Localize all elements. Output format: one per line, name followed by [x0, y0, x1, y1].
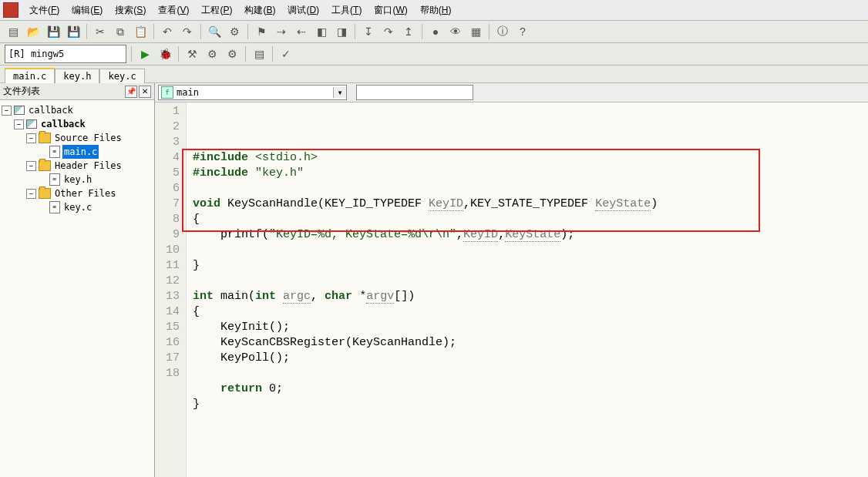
- file-list-title: 文件列表: [3, 85, 40, 98]
- code-line[interactable]: void KeyScanHandle(KEY_ID_TYPEDEF KeyID,…: [193, 197, 862, 212]
- menu-b[interactable]: 构建(B): [238, 2, 281, 18]
- menu-v[interactable]: 查看(V): [152, 2, 195, 18]
- code-line[interactable]: [193, 412, 862, 428]
- step-button[interactable]: ↧: [360, 23, 377, 40]
- dbg3-button[interactable]: ▦: [467, 23, 484, 40]
- paste-button[interactable]: 📋: [132, 23, 149, 40]
- tree-node-callback[interactable]: −callback: [2, 103, 153, 117]
- cut-button[interactable]: ✂: [92, 23, 109, 40]
- nextbm-button[interactable]: ⇢: [273, 23, 290, 40]
- pin-icon[interactable]: 📌: [125, 86, 137, 98]
- toggle-icon[interactable]: −: [26, 189, 36, 199]
- menu-s[interactable]: 搜索(S): [109, 2, 152, 18]
- save-button[interactable]: 💾: [45, 23, 62, 40]
- tree-node-callback[interactable]: −callback: [14, 117, 153, 131]
- run-button[interactable]: ▶: [136, 45, 153, 62]
- code-line[interactable]: [193, 274, 862, 289]
- menu-e[interactable]: 编辑(E): [66, 2, 109, 18]
- tree-label[interactable]: Other Files: [53, 186, 117, 200]
- code-line[interactable]: {: [193, 304, 862, 320]
- tree-node-Source-Files[interactable]: −Source Files: [26, 131, 153, 145]
- redo-button[interactable]: ↷: [179, 23, 196, 40]
- tab-key-c[interactable]: key.c: [99, 69, 144, 83]
- tree-node-Other-Files[interactable]: −Other Files: [26, 186, 153, 200]
- open-button[interactable]: 📂: [25, 23, 42, 40]
- undo-button[interactable]: ↶: [159, 23, 176, 40]
- code-line[interactable]: #include <stdio.h>: [193, 150, 862, 166]
- macro-button[interactable]: ⚙: [226, 23, 243, 40]
- help-button[interactable]: ?: [514, 23, 531, 40]
- tree-node-main-c[interactable]: ≡main.c: [39, 145, 153, 159]
- tab-key-h[interactable]: key.h: [55, 69, 99, 83]
- code-line[interactable]: KeyPoll();: [193, 351, 862, 366]
- stepover-button[interactable]: ↷: [380, 23, 397, 40]
- main-area: 文件列表 📌 ✕ −callback−callback−Source Files…: [0, 83, 868, 477]
- stepout-button[interactable]: ↥: [400, 23, 417, 40]
- chevron-down-icon[interactable]: ▾: [333, 87, 346, 98]
- compiler-select[interactable]: [R] mingw5: [5, 45, 126, 63]
- file-icon: ≡: [49, 173, 60, 186]
- menu-w[interactable]: 窗口(W): [368, 2, 413, 18]
- menu-f[interactable]: 文件(F): [23, 2, 66, 18]
- function-dropdown[interactable]: f main ▾: [158, 85, 347, 100]
- menu-p[interactable]: 工程(P): [195, 2, 238, 18]
- buildall-button[interactable]: ⚙: [224, 45, 241, 62]
- toggle-icon[interactable]: −: [2, 106, 12, 116]
- close-panel-icon[interactable]: ✕: [139, 86, 151, 98]
- tree-label[interactable]: Header Files: [53, 159, 123, 173]
- tree-label[interactable]: Source Files: [53, 131, 123, 145]
- new-button[interactable]: ▤: [5, 23, 22, 40]
- file-icon: ≡: [49, 201, 60, 213]
- file-list-title-bar: 文件列表 📌 ✕: [0, 83, 154, 100]
- code-line[interactable]: [193, 181, 862, 197]
- tab-main-c[interactable]: main.c: [5, 68, 55, 83]
- copy-button[interactable]: ⧉: [112, 23, 129, 40]
- tree-label[interactable]: key.h: [62, 173, 93, 186]
- break-button[interactable]: ●: [427, 23, 444, 40]
- toggle-icon[interactable]: −: [26, 133, 36, 143]
- editor-toolbar: f main ▾: [155, 83, 868, 102]
- toggle-icon[interactable]: −: [26, 161, 36, 171]
- code-line[interactable]: printf("KeyID=%d, KeyState=%d\r\n",KeyID…: [193, 227, 862, 243]
- build-button[interactable]: ⚙: [204, 45, 220, 62]
- code-line[interactable]: }: [193, 397, 862, 412]
- code-line[interactable]: }: [193, 258, 862, 274]
- find-button[interactable]: 🔍: [206, 23, 223, 40]
- prevbm-button[interactable]: ⇠: [293, 23, 310, 40]
- file-tree[interactable]: −callback−callback−Source Files≡main.c−H…: [0, 100, 154, 477]
- output-button[interactable]: ▤: [251, 45, 267, 62]
- code-line[interactable]: return 0;: [193, 381, 862, 397]
- info-button[interactable]: ⓘ: [494, 23, 511, 40]
- code-line[interactable]: [193, 243, 862, 258]
- toggle-icon[interactable]: −: [14, 119, 24, 129]
- tree-label[interactable]: main.c: [62, 145, 99, 159]
- code-editor[interactable]: 123456789101112131415161718 #include <st…: [155, 102, 868, 477]
- menu-d[interactable]: 调试(D): [281, 2, 325, 18]
- tree-label[interactable]: callback: [27, 103, 75, 117]
- menu-bar: 文件(F)编辑(E)搜索(S)查看(V)工程(P)构建(B)调试(D)工具(T)…: [0, 0, 868, 21]
- compile-button[interactable]: ⚒: [183, 45, 200, 62]
- tree-label[interactable]: callback: [39, 117, 87, 131]
- menu-t[interactable]: 工具(T): [325, 2, 368, 18]
- dbg2-button[interactable]: ◨: [333, 23, 350, 40]
- tree-node-key-c[interactable]: ≡key.c: [39, 200, 153, 214]
- tree-label[interactable]: key.c: [62, 200, 93, 214]
- make-button[interactable]: ✓: [278, 45, 294, 62]
- code-line[interactable]: [193, 366, 862, 381]
- code-line[interactable]: int main(int argc, char *argv[]): [193, 289, 862, 304]
- debug-button[interactable]: 🐞: [156, 45, 173, 62]
- code-content[interactable]: #include <stdio.h>#include "key.h" void …: [187, 102, 868, 477]
- code-line[interactable]: KeyScanCBSRegister(KeyScanHandle);: [193, 335, 862, 351]
- menu-h[interactable]: 帮助(H): [414, 2, 458, 18]
- saveall-button[interactable]: 💾: [65, 23, 82, 40]
- tree-node-key-h[interactable]: ≡key.h: [39, 173, 153, 186]
- tree-node-Header-Files[interactable]: −Header Files: [26, 159, 153, 173]
- code-line[interactable]: KeyInit();: [193, 320, 862, 335]
- bookmark-button[interactable]: ⚑: [253, 23, 270, 40]
- dbg1-button[interactable]: ◧: [313, 23, 330, 40]
- code-line[interactable]: #include "key.h": [193, 166, 862, 181]
- line-gutter: 123456789101112131415161718: [155, 102, 187, 477]
- code-line[interactable]: {: [193, 212, 862, 227]
- watch-button[interactable]: 👁: [447, 23, 464, 40]
- class-dropdown[interactable]: [356, 85, 473, 100]
